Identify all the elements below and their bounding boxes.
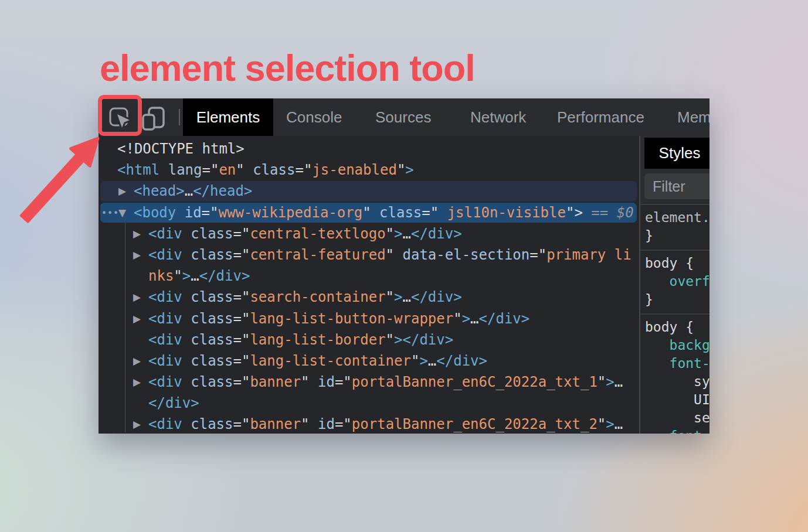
dom-tree-row[interactable]: <!DOCTYPE html>	[99, 138, 639, 159]
dom-node-code: <div class="search-container">…</div>	[99, 287, 639, 308]
dom-node-code: <div class="banner" id="portalBanner_en6…	[99, 414, 639, 434]
tab-network[interactable]: Network	[470, 98, 526, 136]
devtools-toolbar: ElementsConsoleSourcesNetworkPerformance…	[99, 98, 709, 136]
dom-tree-row[interactable]: ▶<div class="central-textlogo">…</div>	[99, 223, 639, 244]
style-rule[interactable]: body { overf}	[640, 250, 709, 313]
style-declaration-line[interactable]: overf	[645, 272, 709, 291]
dom-tree-row[interactable]: ▶<div class="banner" id="portalBanner_en…	[99, 414, 639, 434]
style-rule[interactable]: body { backg font- sy UI se font-	[640, 313, 709, 434]
dom-tree-row[interactable]: ▶<head>…</head>	[99, 180, 639, 202]
elements-dom-tree: <!DOCTYPE html><html lang="en" class="js…	[99, 136, 639, 434]
dom-tree-row[interactable]: ▶<div class="lang-list-button-wrapper">……	[99, 308, 639, 329]
dom-node-code: <div class="central-featured" data-el-se…	[99, 244, 639, 265]
device-toolbar-icon	[141, 105, 167, 131]
dom-node-code: <!DOCTYPE html>	[99, 138, 639, 159]
dom-tree-row[interactable]: •••▼<body id="www-wikipedia-org" class="…	[99, 202, 639, 223]
tab-console[interactable]: Console	[286, 98, 342, 136]
tab-elements[interactable]: Elements	[183, 98, 273, 136]
style-declaration-line[interactable]: body {	[645, 254, 709, 272]
style-declaration-line[interactable]: element.	[645, 209, 709, 227]
dom-node-code: nks">…</div>	[99, 265, 639, 287]
style-declaration-line[interactable]: }	[645, 291, 709, 309]
dom-tree-row[interactable]: ▶<div class="search-container">…</div>	[99, 287, 639, 308]
dom-node-code: <html lang="en" class="js-enabled">	[99, 159, 639, 180]
dom-tree-row[interactable]: <html lang="en" class="js-enabled">	[99, 159, 639, 180]
style-declaration-line[interactable]: backg	[645, 336, 709, 354]
toolbar-divider	[179, 109, 180, 125]
dom-node-code: <div class="central-textlogo">…</div>	[99, 223, 639, 244]
dom-tree-row[interactable]: ▶<div class="central-featured" data-el-s…	[99, 244, 639, 265]
dom-node-code: <body id="www-wikipedia-org" class=" jsl…	[99, 202, 639, 223]
tab-sources[interactable]: Sources	[375, 98, 431, 136]
dom-node-code: <head>…</head>	[99, 180, 639, 202]
tab-performance[interactable]: Performance	[557, 98, 644, 136]
style-declaration-line[interactable]: font-	[645, 354, 709, 373]
style-declaration-line[interactable]: UI	[645, 391, 709, 409]
annotation-arrow-icon	[15, 130, 108, 227]
styles-tab-row: Styles	[640, 136, 709, 170]
styles-filter-row: Filter	[640, 170, 709, 204]
dom-tree-row[interactable]: </div>	[99, 393, 639, 414]
tab-styles[interactable]: Styles	[644, 138, 709, 169]
styles-filter-input[interactable]: Filter	[644, 173, 709, 199]
dom-node-code: <div class="banner" id="portalBanner_en6…	[99, 371, 639, 393]
styles-sidebar: Styles Filter element.}body { overf}body…	[639, 136, 709, 434]
style-declaration-line[interactable]: body {	[645, 318, 709, 336]
style-rules-list: element.}body { overf}body { backg font-…	[640, 204, 709, 434]
dom-node-code: <div class="lang-list-button-wrapper">…<…	[99, 308, 639, 329]
dom-node-code: <div class="lang-list-border"></div>	[99, 329, 639, 350]
dom-node-code: </div>	[99, 393, 639, 414]
dom-tree-row[interactable]: ▶<div class="lang-list-container">…</div…	[99, 350, 639, 371]
style-rule[interactable]: element.}	[640, 204, 709, 250]
toggle-device-toolbar-button[interactable]	[141, 105, 167, 131]
dom-node-code: <div class="lang-list-container">…</div>	[99, 350, 639, 371]
dom-tree-row[interactable]: nks">…</div>	[99, 265, 639, 287]
style-declaration-line[interactable]: }	[645, 227, 709, 245]
dom-tree-row[interactable]: <div class="lang-list-border"></div>	[99, 329, 639, 350]
style-declaration-line[interactable]: font-	[645, 427, 709, 434]
dom-tree-row[interactable]: ▶<div class="banner" id="portalBanner_en…	[99, 371, 639, 393]
devtools-window: ElementsConsoleSourcesNetworkPerformance…	[99, 98, 709, 434]
desktop-background: { "colors": { "annotation_red": "#ee4f56…	[0, 0, 808, 532]
annotation-title: element selection tool	[100, 47, 475, 89]
style-declaration-line[interactable]: se	[645, 409, 709, 427]
style-declaration-line[interactable]: sy	[645, 373, 709, 391]
tab-mem[interactable]: Mem	[677, 98, 709, 136]
